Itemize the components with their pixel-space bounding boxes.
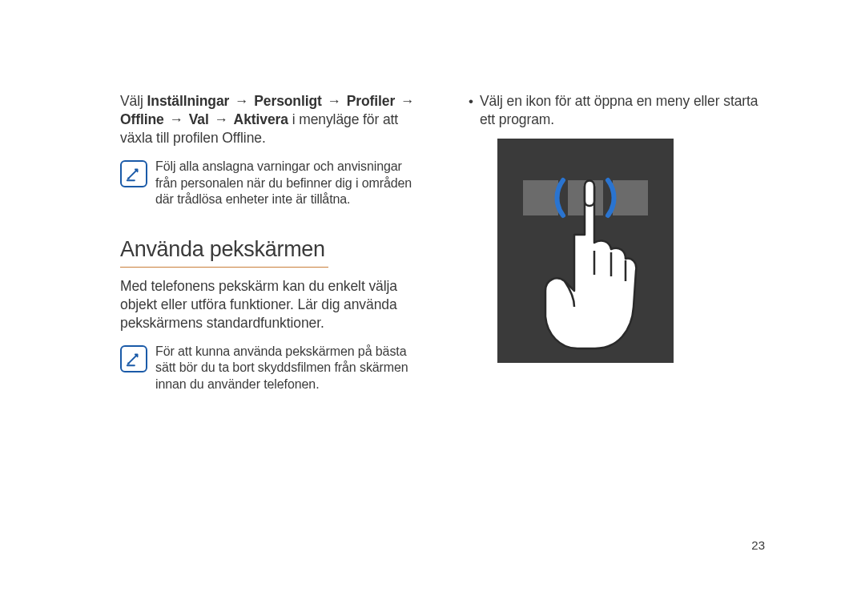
page: Välj Inställningar → Personligt → Profil… [0, 0, 865, 616]
arrow-icon: → [326, 92, 343, 111]
path-step: Val [189, 111, 209, 127]
heading-rule [120, 267, 328, 268]
note-block: Följ alla anslagna varningar och anvisni… [120, 159, 424, 207]
arrow-icon: → [399, 92, 416, 111]
touchscreen-intro: Med telefonens pekskärm kan du enkelt vä… [120, 277, 424, 332]
path-step: Personligt [254, 93, 322, 109]
svg-rect-0 [523, 180, 558, 215]
path-step: Inställningar [147, 93, 230, 109]
arrow-icon: → [167, 111, 184, 129]
note-icon [120, 345, 147, 372]
bullet-text: Välj en ikon för att öppna en meny eller… [480, 92, 773, 129]
note-icon [120, 160, 147, 187]
arrow-icon: → [233, 92, 250, 111]
arrow-icon: → [212, 111, 229, 129]
path-step: Aktivera [234, 111, 288, 127]
text: Välj [120, 93, 147, 109]
bullet-item: • Välj en ikon för att öppna en meny ell… [469, 92, 773, 129]
note-text: Följ alla anslagna varningar och anvisni… [155, 159, 424, 207]
right-column: • Välj en ikon för att öppna en meny ell… [469, 92, 773, 616]
svg-rect-2 [613, 180, 648, 215]
note-block: För att kunna använda pekskärmen på bäst… [120, 344, 424, 393]
page-number: 23 [751, 538, 765, 552]
left-column: Välj Inställningar → Personligt → Profil… [120, 92, 424, 616]
offline-instruction: Välj Inställningar → Personligt → Profil… [120, 92, 424, 147]
touch-illustration [497, 139, 674, 363]
note-text: För att kunna använda pekskärmen på bäst… [155, 344, 424, 393]
heading-touchscreen: Använda pekskärmen [120, 237, 424, 262]
path-step: Offline [120, 111, 164, 127]
bullet-dot-icon: • [469, 92, 473, 129]
path-step: Profiler [347, 93, 395, 109]
